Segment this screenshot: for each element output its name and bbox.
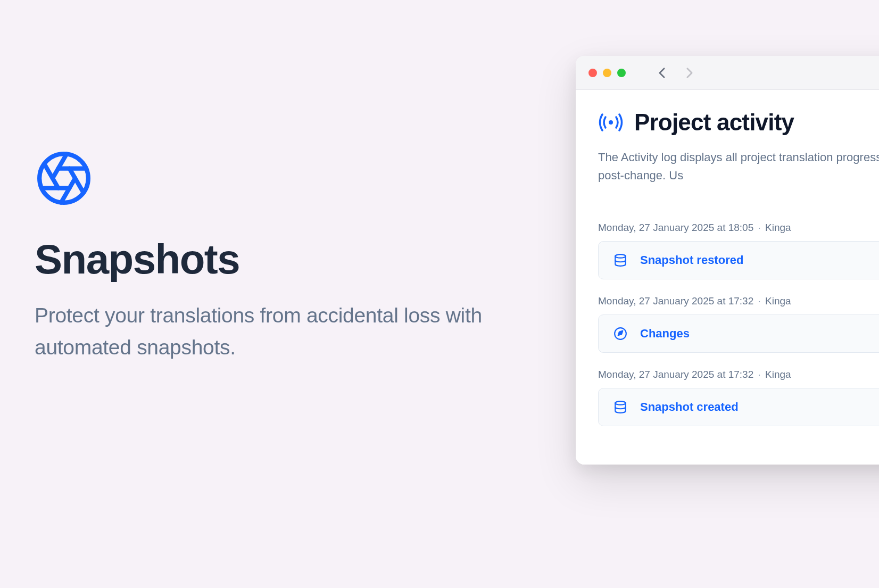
nav-arrows	[657, 68, 695, 78]
traffic-lights	[588, 69, 626, 77]
edit-icon	[613, 327, 627, 341]
activity-card-snapshot-created[interactable]: Snapshot created	[598, 388, 879, 426]
activity-card-label: Snapshot created	[640, 400, 739, 414]
activity-timestamp: Monday, 27 January 2025 at 17:32	[598, 295, 753, 307]
meta-separator: ·	[758, 295, 764, 307]
svg-point-7	[609, 120, 613, 125]
back-button[interactable]	[657, 68, 667, 78]
activity-card-label: Snapshot restored	[640, 253, 743, 267]
aperture-icon	[35, 149, 93, 208]
activity-timestamp: Monday, 27 January 2025 at 17:32	[598, 369, 753, 380]
activity-author: Kinga	[765, 222, 791, 233]
activity-author: Kinga	[765, 369, 791, 380]
svg-point-10	[615, 401, 626, 405]
svg-point-8	[615, 254, 626, 258]
forward-button[interactable]	[684, 68, 695, 78]
activity-timestamp: Monday, 27 January 2025 at 18:05	[598, 222, 753, 233]
activity-header: Project activity	[598, 109, 879, 136]
activity-meta: Monday, 27 January 2025 at 17:32 · Kinga	[598, 295, 879, 307]
broadcast-icon	[598, 113, 624, 132]
activity-description: The Activity log displays all project tr…	[598, 148, 879, 185]
activity-item: Monday, 27 January 2025 at 17:32 · Kinga…	[598, 369, 879, 426]
activity-card-label: Changes	[640, 327, 690, 341]
minimize-window-button[interactable]	[603, 69, 611, 77]
page-subtitle: Protect your translations from accidenta…	[35, 300, 524, 364]
database-icon	[613, 253, 627, 267]
activity-meta: Monday, 27 January 2025 at 18:05 · Kinga	[598, 222, 879, 234]
activity-meta: Monday, 27 January 2025 at 17:32 · Kinga	[598, 369, 879, 380]
browser-content: Project activity The Activity log displa…	[576, 90, 879, 465]
activity-card-snapshot-restored[interactable]: Snapshot restored	[598, 241, 879, 279]
activity-item: Monday, 27 January 2025 at 17:32 · Kinga…	[598, 295, 879, 353]
page-title: Snapshots	[35, 237, 524, 283]
maximize-window-button[interactable]	[617, 69, 626, 77]
database-icon	[613, 400, 627, 414]
close-window-button[interactable]	[588, 69, 597, 77]
activity-title: Project activity	[634, 109, 794, 136]
hero-section: Snapshots Protect your translations from…	[35, 149, 524, 364]
browser-window: Project activity The Activity log displa…	[576, 56, 879, 465]
meta-separator: ·	[758, 222, 764, 233]
meta-separator: ·	[758, 369, 764, 380]
activity-author: Kinga	[765, 295, 791, 307]
browser-toolbar	[576, 56, 879, 90]
activity-item: Monday, 27 January 2025 at 18:05 · Kinga…	[598, 222, 879, 279]
activity-card-changes[interactable]: Changes	[598, 314, 879, 353]
